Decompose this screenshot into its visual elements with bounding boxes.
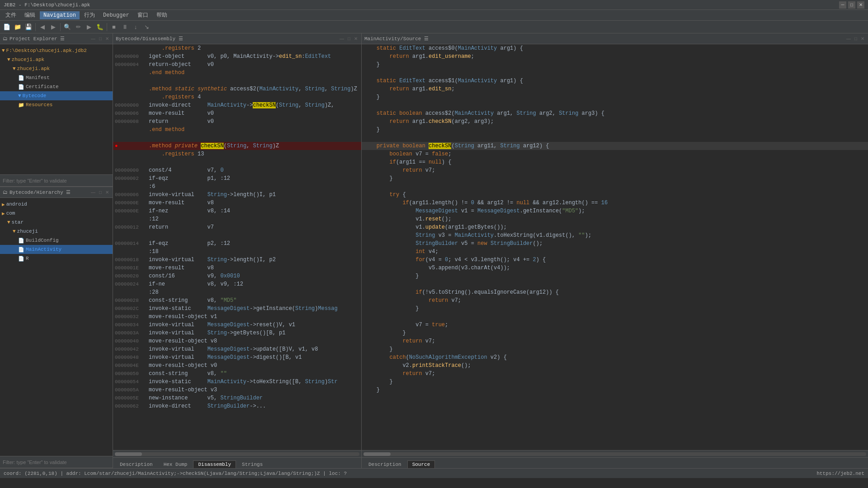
menu-help[interactable]: 帮助 xyxy=(153,10,171,20)
source-close[interactable]: ✕ xyxy=(860,36,865,41)
source-line: } xyxy=(362,329,868,337)
hierarchy-maximize[interactable]: □ xyxy=(98,190,103,195)
tab-hexdump[interactable]: Hex Dump xyxy=(159,460,193,468)
tab-source[interactable]: Source xyxy=(407,460,435,468)
toolbar-stop[interactable]: ■ xyxy=(109,22,119,32)
bytecode-editor[interactable]: .registers 2 00000000 iget-object v0, p0… xyxy=(113,44,361,450)
menu-action[interactable]: 行为 xyxy=(80,10,99,20)
source-line: String v3 = MainActivity.toHexString(v1.… xyxy=(362,231,868,239)
toolbar-search[interactable]: 🔍 xyxy=(62,22,72,32)
tab-strings[interactable]: Strings xyxy=(237,460,268,468)
menu-file[interactable]: 文件 xyxy=(2,10,20,20)
status-bar: coord: (2281,0,18) | addr: Lcom/star/zhu… xyxy=(0,468,868,478)
project-filter-input[interactable] xyxy=(0,175,113,187)
hierarchy-item-mainactivity[interactable]: 📄 MainActivity xyxy=(0,245,113,254)
project-explorer-maximize[interactable]: □ xyxy=(98,36,103,41)
tree-item-apk1[interactable]: ▼ zhuceji.apk xyxy=(0,55,113,64)
hierarchy-item-com[interactable]: ▶ com xyxy=(0,209,113,218)
toolbar-save[interactable]: 💾 xyxy=(24,22,33,32)
hierarchy-filter-input[interactable] xyxy=(0,456,113,468)
hierarchy-item-buildconfig[interactable]: 📄 BuildConfig xyxy=(0,236,113,245)
code-line: 00000048 invoke-virtual MessageDigest->d… xyxy=(113,353,361,361)
left-panel: 🗂 Project Explorer ☰ — □ ✕ ▼ F:\Desktop\… xyxy=(0,33,113,468)
menu-edit[interactable]: 编辑 xyxy=(21,10,39,20)
bytecode-minimize[interactable]: — xyxy=(339,36,345,41)
source-minimize[interactable]: — xyxy=(845,36,852,41)
code-line: .method static synthetic access$2(MainAc… xyxy=(113,85,361,93)
project-filter xyxy=(0,174,113,187)
maximize-button[interactable]: □ xyxy=(848,1,855,9)
source-maximize[interactable]: □ xyxy=(854,36,858,41)
toolbar-pause[interactable]: ⏸ xyxy=(120,22,130,32)
code-line: 00000012 return v7 xyxy=(113,223,361,231)
hierarchy-close[interactable]: ✕ xyxy=(104,190,110,195)
toolbar-forward[interactable]: ▶ xyxy=(48,22,58,32)
code-line: .end method xyxy=(113,69,361,77)
code-line: .registers 4 xyxy=(113,93,361,101)
code-line: 00000062 invoke-direct StringBuilder->..… xyxy=(113,402,361,410)
tree-item-resources[interactable]: 📁 Resources xyxy=(0,100,113,109)
bytecode-maximize[interactable]: □ xyxy=(347,36,351,41)
source-line: MessageDigest v1 = MessageDigest.getInst… xyxy=(362,207,868,215)
hierarchy-item-r[interactable]: 📄 R xyxy=(0,254,113,263)
source-line xyxy=(362,280,868,288)
toolbar-sep2 xyxy=(60,23,61,31)
toolbar-step[interactable]: ↓ xyxy=(131,22,141,32)
hierarchy-filter xyxy=(0,456,113,468)
code-line: 0000005E new-instance v5, StringBuilder xyxy=(113,394,361,402)
tab-description[interactable]: Description xyxy=(115,460,158,468)
source-line: return arg1.edit_sn; xyxy=(362,85,868,93)
code-line: .end method xyxy=(113,126,361,134)
code-line: 00000054 invoke-static MainActivity->toH… xyxy=(113,378,361,386)
project-explorer-close[interactable]: ✕ xyxy=(104,36,110,41)
toolbar: 📄 📁 💾 ◀ ▶ 🔍 ✏ ▶ 🐛 ■ ⏸ ↓ ↘ xyxy=(0,21,868,33)
toolbar-new[interactable]: 📄 xyxy=(2,22,12,32)
code-line: 00000014 if-eqz p2, :12 xyxy=(113,239,361,248)
toolbar-back[interactable]: ◀ xyxy=(38,22,47,32)
project-explorer-title: Project Explorer ☰ xyxy=(9,36,65,42)
toolbar-debug[interactable]: 🐛 xyxy=(95,22,105,32)
tree-item-apk2[interactable]: ▼ zhuceji.apk xyxy=(0,64,113,73)
hierarchy-item-zhuceji[interactable]: ▼ zhuceji xyxy=(0,227,113,236)
tree-item-root[interactable]: ▼ F:\Desktop\zhuceji.apk.jdb2 xyxy=(0,46,113,55)
close-button[interactable]: ✕ xyxy=(857,1,864,9)
code-line: 00000008 return v0 xyxy=(113,117,361,126)
menu-debugger[interactable]: Debugger xyxy=(99,11,133,19)
code-line: 0000000E move-result v8 xyxy=(113,199,361,207)
code-line: :6 xyxy=(113,183,361,191)
tab-source-description[interactable]: Description xyxy=(363,460,406,468)
tree-item-certificate[interactable]: 📄 Certificate xyxy=(0,82,113,91)
source-line xyxy=(362,134,868,142)
tree-item-bytecode[interactable]: ▼ Bytecode xyxy=(0,91,113,100)
tree-item-manifest[interactable]: 📄 Manifest xyxy=(0,73,113,82)
bytecode-bottom-tabs: Description Hex Dump Disassembly Strings xyxy=(113,457,361,468)
menu-navigation[interactable]: Navigation xyxy=(40,11,80,19)
hierarchy-title: Bytecode/Hierarchy ☰ xyxy=(9,189,71,195)
hierarchy-minimize[interactable]: — xyxy=(90,190,96,195)
tab-disassembly[interactable]: Disassembly xyxy=(193,460,236,468)
toolbar-edit[interactable]: ✏ xyxy=(73,22,83,32)
source-line: } xyxy=(362,345,868,353)
hierarchy-item-android[interactable]: ▶ android xyxy=(0,200,113,209)
source-line xyxy=(362,69,868,77)
project-tree: ▼ F:\Desktop\zhuceji.apk.jdb2 ▼ zhuceji.… xyxy=(0,44,113,174)
source-line: try { xyxy=(362,191,868,199)
toolbar-run[interactable]: ▶ xyxy=(84,22,94,32)
code-line: :28 xyxy=(113,288,361,296)
code-line: 00000004 return-object v0 xyxy=(113,61,361,69)
menu-window[interactable]: 窗口 xyxy=(134,10,152,20)
source-line: v2.printStackTrace(); xyxy=(362,361,868,370)
bytecode-close[interactable]: ✕ xyxy=(353,36,359,41)
minimize-button[interactable]: ─ xyxy=(839,1,846,9)
hierarchy-panel: 🗂 Bytecode/Hierarchy ☰ — □ ✕ ▶ android xyxy=(0,187,113,468)
code-line xyxy=(113,77,361,85)
center-panel: Bytecode/Disassembly ☰ — □ ✕ .registers … xyxy=(113,33,362,468)
title-bar: JEB2 - F:\Desktop\zhuceji.apk ─ □ ✕ xyxy=(0,0,868,10)
project-explorer-minimize[interactable]: — xyxy=(90,36,96,41)
project-explorer-header: 🗂 Project Explorer ☰ — □ ✕ xyxy=(0,33,113,44)
source-editor[interactable]: static EditText access$0(MainActivity ar… xyxy=(362,44,868,450)
code-line xyxy=(113,134,361,142)
hierarchy-item-star[interactable]: ▼ star xyxy=(0,218,113,227)
toolbar-step-over[interactable]: ↘ xyxy=(142,22,151,32)
toolbar-open[interactable]: 📁 xyxy=(13,22,23,32)
